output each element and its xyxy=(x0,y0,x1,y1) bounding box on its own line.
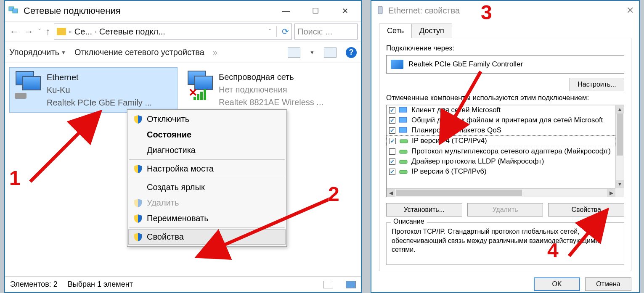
ctx-disable[interactable]: Отключить xyxy=(128,111,286,127)
properties-button[interactable]: Свойства xyxy=(548,203,624,216)
component-row[interactable]: ✔IP версии 4 (TCP/IPv4) xyxy=(387,135,615,146)
breadcrumb-current: Сетевые подкл... xyxy=(99,27,165,37)
svg-rect-9 xyxy=(400,150,407,153)
adapter-box: Realtek PCIe GbE Family Controller xyxy=(386,55,624,74)
svg-rect-11 xyxy=(400,170,407,174)
tab-access[interactable]: Доступ xyxy=(411,24,452,38)
component-row[interactable]: ✔IP версии 6 (TCP/IPv6) xyxy=(387,166,615,177)
network-plug-icon xyxy=(376,5,384,16)
toolbar: Упорядочить ▼ Отключение сетевого устрой… xyxy=(5,42,361,63)
organize-menu[interactable]: Упорядочить ▼ xyxy=(9,48,66,57)
shield-icon xyxy=(134,199,142,207)
window-title: Сетевые подключения xyxy=(24,5,278,16)
forward-button[interactable]: → xyxy=(23,26,34,37)
component-checkbox[interactable]: ✔ xyxy=(389,107,395,114)
component-row[interactable]: ✔Клиент для сетей Microsoft xyxy=(387,105,615,115)
component-row[interactable]: ✔Драйвер протокола LLDP (Майкрософт) xyxy=(387,156,615,166)
component-checkbox[interactable]: ✔ xyxy=(389,117,395,124)
statusbar: Элементов: 2 Выбран 1 элемент xyxy=(5,276,361,292)
shield-icon xyxy=(134,115,142,124)
ctx-properties[interactable]: Свойства xyxy=(128,229,286,245)
disable-device-button[interactable]: Отключение сетевого устройства xyxy=(74,48,204,57)
component-checkbox[interactable] xyxy=(389,148,395,155)
svg-rect-6 xyxy=(399,117,407,122)
ok-button[interactable]: OK xyxy=(534,277,580,291)
ctx-rename[interactable]: Переименовать xyxy=(128,211,286,226)
close-button[interactable]: ✕ xyxy=(337,5,353,17)
connection-name: Ethernet xyxy=(47,71,152,84)
ethernet-icon xyxy=(13,71,42,100)
connect-via-label: Подключение через: xyxy=(386,44,624,53)
network-window-icon xyxy=(8,6,19,16)
wireless-disconnected-icon: ✕ xyxy=(185,71,215,100)
component-checkbox[interactable]: ✔ xyxy=(389,127,395,134)
component-row[interactable]: Протокол мультиплексора сетевого адаптер… xyxy=(387,146,615,156)
ctx-shortcut[interactable]: Создать ярлык xyxy=(128,179,286,195)
back-button[interactable]: ← xyxy=(8,26,20,37)
component-label: Протокол мультиплексора сетевого адаптер… xyxy=(411,147,611,156)
component-row[interactable]: ✔Планировщик пакетов QoS xyxy=(387,125,615,135)
connection-name: Беспроводная сеть xyxy=(219,71,323,83)
configure-button[interactable]: Настроить... xyxy=(570,78,624,91)
view-mode-button[interactable] xyxy=(288,48,300,58)
remove-button: Удалить xyxy=(467,203,543,216)
connection-status: Нет подключения xyxy=(219,83,323,96)
components-label: Отмеченные компоненты используются этим … xyxy=(386,94,624,102)
tabstrip: Сеть Доступ xyxy=(371,20,639,38)
status-elements: Элементов: 2 xyxy=(10,280,58,289)
tab-network[interactable]: Сеть xyxy=(379,24,412,38)
minimize-button[interactable]: — xyxy=(278,5,294,17)
description-text: Протокол TCP/IP. Стандартный протокол гл… xyxy=(392,227,619,254)
breadcrumb[interactable]: « Се... › Сетевые подкл... ˅ ⟳ xyxy=(54,24,292,40)
monitor-icon xyxy=(399,117,408,124)
recent-dropdown[interactable]: ˅ xyxy=(37,28,42,36)
shield-icon xyxy=(134,233,142,241)
connection-device: Realtek PCIe GbE Family ... xyxy=(47,96,152,109)
refresh-icon[interactable]: ⟳ xyxy=(282,26,289,37)
component-checkbox[interactable]: ✔ xyxy=(389,169,395,175)
horizontal-scrollbar[interactable]: ◀▶ xyxy=(387,188,615,197)
shield-icon xyxy=(134,165,142,173)
connection-item-ethernet[interactable]: Ethernet Ku-Ku Realtek PCIe GbE Family .… xyxy=(9,67,178,113)
context-menu: Отключить Состояние Диагностика Настройк… xyxy=(127,109,287,247)
cancel-button[interactable]: Отмена xyxy=(585,277,631,291)
install-button[interactable]: Установить... xyxy=(386,203,462,216)
description-group: Описание Протокол TCP/IP. Стандартный пр… xyxy=(386,222,624,265)
svg-rect-8 xyxy=(400,140,408,143)
preview-pane-button[interactable] xyxy=(324,48,337,58)
protocol-icon xyxy=(399,168,408,175)
svg-rect-10 xyxy=(400,160,407,164)
help-button[interactable]: ? xyxy=(346,47,357,58)
svg-rect-5 xyxy=(399,107,407,112)
search-input[interactable]: Поиск: ... xyxy=(294,24,358,40)
component-label: IP версии 6 (TCP/IPv6) xyxy=(411,167,487,176)
protocol-icon xyxy=(399,148,408,155)
component-label: Драйвер протокола LLDP (Майкрософт) xyxy=(411,157,544,166)
search-placeholder: Поиск: ... xyxy=(297,27,332,37)
toolbar-overflow[interactable]: » xyxy=(213,48,217,57)
ctx-bridge[interactable]: Настройка моста xyxy=(128,161,286,177)
protocol-icon xyxy=(399,137,408,144)
component-checkbox[interactable]: ✔ xyxy=(390,138,396,144)
titlebar: Сетевые подключения — ☐ ✕ xyxy=(5,1,361,21)
connection-status: Ku-Ku xyxy=(47,84,152,96)
view-details-icon[interactable] xyxy=(323,281,333,288)
vertical-scrollbar[interactable]: ▲ ▼ xyxy=(615,105,624,188)
close-button[interactable]: ✕ xyxy=(626,5,634,16)
tab-panel-network: Подключение через: Realtek PCIe GbE Fami… xyxy=(379,38,631,271)
connection-item-wireless[interactable]: ✕ Беспроводная сеть Нет подключения Real… xyxy=(182,67,350,113)
view-tiles-icon[interactable] xyxy=(346,281,356,288)
maximize-button[interactable]: ☐ xyxy=(307,5,324,17)
svg-rect-1 xyxy=(13,9,18,13)
folder-icon xyxy=(57,28,66,35)
svg-rect-4 xyxy=(378,6,382,14)
component-row[interactable]: ✔Общий доступ к файлам и принтерам для с… xyxy=(387,115,615,125)
protocol-icon xyxy=(399,158,408,165)
component-checkbox[interactable]: ✔ xyxy=(389,158,395,165)
ctx-status[interactable]: Состояние xyxy=(128,127,286,143)
component-label: Общий доступ к файлам и принтерам для се… xyxy=(411,116,603,124)
up-button[interactable]: ↑ xyxy=(45,26,51,37)
ctx-diagnostics[interactable]: Диагностика xyxy=(128,143,286,158)
description-legend: Описание xyxy=(391,218,427,225)
shield-icon xyxy=(134,214,142,223)
